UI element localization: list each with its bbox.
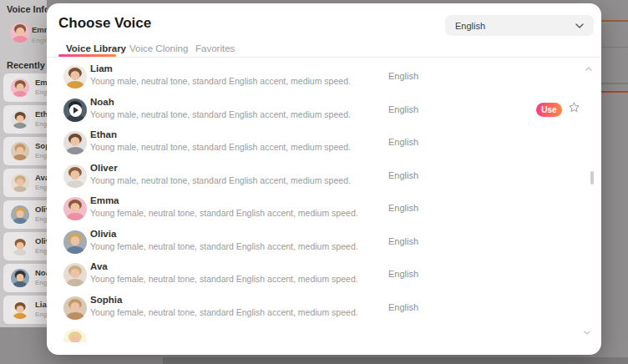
background-row-line (601, 83, 628, 84)
recent-voice-language: English (35, 279, 47, 286)
recent-voice-language: English (35, 120, 47, 128)
recent-voice-name: Liam (35, 300, 47, 309)
recent-voice-item: Sophia English (3, 137, 47, 165)
voice-row-ethan[interactable]: Ethan Young male, neutral tone, standard… (47, 126, 601, 159)
voice-language: English (388, 170, 418, 180)
voice-description: Young female, neutral tone, standard Eng… (90, 208, 358, 218)
voice-list: Liam Young male, neutral tone, standard … (47, 58, 601, 342)
avatar (11, 269, 29, 287)
voice-description: Young male, neutral tone, standard Engli… (90, 175, 351, 185)
star-icon[interactable] (568, 101, 580, 114)
avatar (63, 230, 87, 254)
language-select[interactable]: English (445, 15, 594, 36)
background-bottom-track (163, 357, 628, 364)
voice-row-noah[interactable]: Noah Young male, neutral tone, standard … (47, 94, 601, 126)
recent-voice-name: Ethan (35, 109, 47, 119)
recent-voice-language: English (35, 247, 47, 255)
language-select-value: English (455, 21, 485, 31)
background-row-line (601, 47, 628, 48)
recently-used-title: Recently Used (7, 60, 47, 70)
background-row-line (601, 20, 628, 22)
voice-row-partial[interactable] (47, 324, 601, 342)
avatar (11, 142, 29, 160)
background-sidebar: Voice Info Emma English Recently Used Em… (0, 0, 47, 327)
avatar (11, 110, 29, 129)
voice-description: Young male, neutral tone, standard Engli… (90, 142, 351, 152)
play-button[interactable] (63, 99, 87, 122)
scroll-down-icon[interactable] (584, 331, 590, 335)
scrollbar-thumb[interactable] (590, 171, 594, 185)
screen: Voice Info Emma English Recently Used Em… (0, 0, 628, 364)
voice-description: Young male, neutral tone, standard Engli… (90, 76, 351, 86)
tab-favorites[interactable]: Favorites (195, 43, 235, 53)
voice-language: English (388, 236, 418, 246)
voice-name: Olivia (90, 229, 116, 239)
voice-info-language: English (32, 37, 47, 44)
avatar (11, 237, 29, 255)
voice-row-oliver[interactable]: Oliver Young male, neutral tone, standar… (47, 159, 601, 192)
choose-voice-modal: Choose Voice English Voice Library Voice… (47, 3, 601, 355)
recent-voice-name: Emma (35, 78, 47, 87)
voice-name: Emma (90, 195, 119, 205)
recent-voice-name: Noah (35, 268, 47, 277)
recent-voice-item: Noah English (3, 264, 47, 292)
voice-name: Liam (90, 63, 113, 73)
recently-used-list: Emma English Ethan English Sophia Englis… (3, 73, 47, 327)
voice-language: English (388, 203, 418, 213)
voice-language: English (388, 71, 418, 81)
recent-voice-item: Liam English (3, 296, 47, 324)
modal-title: Choose Voice (58, 15, 151, 32)
avatar (11, 78, 29, 97)
recent-voice-language: English (35, 152, 47, 159)
voice-description: Young male, neutral tone, standard Engli… (90, 109, 351, 119)
voice-name: Sophia (90, 295, 122, 305)
scroll-up-icon[interactable] (585, 67, 592, 71)
voice-language: English (388, 104, 418, 114)
avatar (63, 296, 87, 320)
recent-voice-language: English (35, 88, 47, 96)
voice-name: Ethan (90, 129, 117, 139)
voice-row-liam[interactable]: Liam Young male, neutral tone, standard … (47, 60, 601, 93)
avatar (63, 131, 87, 154)
avatar (63, 164, 87, 188)
voice-row-ava[interactable]: Ava Young female, neutral tone, standard… (47, 258, 601, 291)
avatar (63, 99, 87, 122)
recent-voice-name: Ava (35, 173, 47, 182)
voice-info-name: Emma (32, 25, 47, 34)
voice-description: Young female, neutral tone, standard Eng… (90, 274, 358, 284)
tab-voice-library[interactable]: Voice Library (66, 43, 126, 53)
voice-row-olivia[interactable]: Olivia Young female, neutral tone, stand… (47, 225, 601, 258)
avatar (11, 205, 29, 224)
voice-row-emma[interactable]: Emma Young female, neutral tone, standar… (47, 192, 601, 225)
voice-info-title: Voice Info (7, 4, 47, 14)
play-icon (73, 107, 78, 114)
chevron-down-icon (575, 23, 584, 28)
avatar (11, 174, 29, 192)
voice-description: Young female, neutral tone, standard Eng… (90, 307, 358, 317)
avatar (63, 197, 87, 220)
voice-row-sophia[interactable]: Sophia Young female, neutral tone, stand… (47, 291, 601, 324)
voice-name: Oliver (90, 163, 118, 173)
avatar (10, 23, 30, 43)
voice-language: English (388, 137, 418, 147)
recent-voice-language: English (35, 184, 47, 191)
tabs-divider (47, 57, 601, 58)
recent-voice-item: Oliver English (3, 232, 47, 260)
avatar (11, 301, 29, 319)
avatar (63, 329, 87, 342)
recent-voice-item: Emma English (3, 73, 47, 102)
recent-voice-name: Sophia (35, 141, 47, 150)
recent-voice-language: English (35, 215, 47, 223)
avatar (63, 65, 87, 88)
recent-voice-item: Ava English (3, 169, 47, 197)
voice-name: Ava (90, 261, 108, 271)
use-button[interactable]: Use (536, 103, 562, 117)
voice-language: English (388, 302, 418, 312)
background-row-line (601, 91, 628, 93)
recent-voice-name: Olivia (35, 205, 47, 214)
avatar (63, 263, 87, 286)
voice-info-card: Emma English (0, 20, 47, 65)
recent-voice-language: English (35, 311, 47, 318)
recent-voice-name: Oliver (35, 236, 47, 245)
tab-voice-cloning[interactable]: Voice Cloning (129, 43, 188, 53)
